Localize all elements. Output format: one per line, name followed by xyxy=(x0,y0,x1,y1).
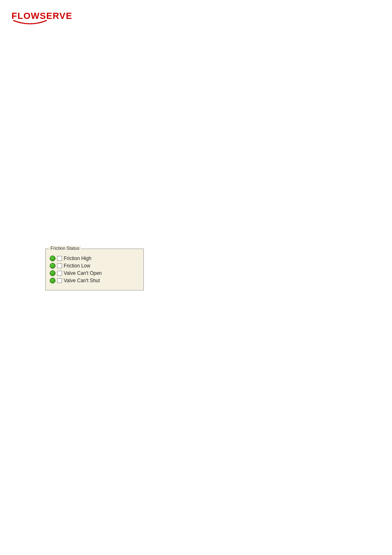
logo-arc-icon xyxy=(12,20,48,25)
checkbox-friction-low[interactable] xyxy=(57,263,62,268)
checkbox-valve-cant-open[interactable] xyxy=(57,271,62,276)
flowserve-logo: FLOWSERVE xyxy=(12,12,72,25)
logo-area: FLOWSERVE xyxy=(12,12,72,25)
list-item: Valve Can't Shut xyxy=(50,278,139,283)
list-item: Friction Low xyxy=(50,263,139,269)
status-indicator-friction-high xyxy=(50,256,55,261)
label-friction-high: Friction High xyxy=(64,256,91,261)
list-item: Valve Can't Open xyxy=(50,270,139,276)
label-valve-cant-shut: Valve Can't Shut xyxy=(64,278,100,283)
checkbox-friction-high[interactable] xyxy=(57,256,62,261)
label-friction-low: Friction Low xyxy=(64,263,90,269)
panel-content: Friction High Friction Low Valve Can't O… xyxy=(50,256,139,283)
panel-title: Friction Status xyxy=(49,246,81,251)
status-indicator-valve-cant-open xyxy=(50,270,55,276)
list-item: Friction High xyxy=(50,256,139,261)
logo-text: FLOWSERVE xyxy=(12,12,72,21)
label-valve-cant-open: Valve Can't Open xyxy=(64,270,102,276)
friction-status-panel: Friction Status Friction High Friction L… xyxy=(45,249,144,290)
status-indicator-friction-low xyxy=(50,263,55,269)
checkbox-valve-cant-shut[interactable] xyxy=(57,278,62,283)
status-indicator-valve-cant-shut xyxy=(50,278,55,283)
